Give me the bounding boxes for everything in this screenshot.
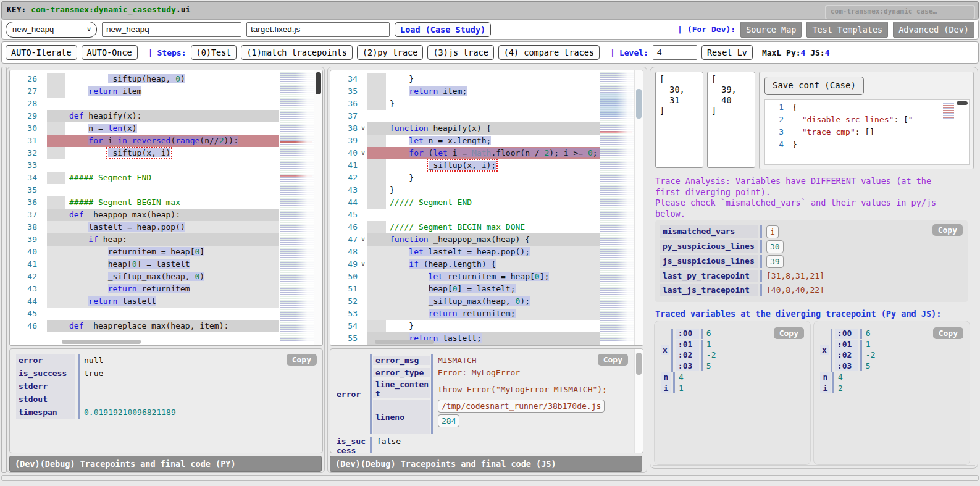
value-text: true: [80, 367, 103, 380]
js-result-vscroll-thumb[interactable]: [636, 353, 642, 375]
auto-iterate-button[interactable]: AUTO-Iterate: [6, 45, 77, 60]
js-editor-vscrollbar[interactable]: [634, 70, 643, 345]
maxl-info: MaxL Py:4 JS:4: [762, 48, 830, 57]
table-row: stderr: [16, 380, 322, 393]
js-group: 34 }35 return item;36}3738∨function heap…: [327, 67, 647, 473]
js-code-editor[interactable]: 34 }35 return item;36}3738∨function heap…: [330, 70, 643, 346]
code-line: 41 heap[0] = lastelt: [10, 258, 322, 270]
code-line: 3 "trace_cmp": []: [765, 126, 969, 138]
code-line: 31 for i in reversed(range(n//2)):: [10, 135, 322, 147]
code-line: 46///// Segment BEGIN max DONE: [330, 221, 643, 233]
analysis-rows: mismatched_varsipy_suspicious_lines30js_…: [655, 220, 968, 296]
key-value: com-transmex:dynamic_casestudy: [31, 5, 176, 14]
code-line: 28: [10, 98, 322, 110]
var-subrow: :035: [676, 361, 716, 372]
auto-once-button[interactable]: AUTO-Once: [82, 45, 138, 60]
js-editor-hscroll-thumb[interactable]: [375, 340, 434, 344]
copy-button[interactable]: Copy: [933, 327, 963, 339]
code-line: 40∨ for (let i = Math.floor(n / 2); i >=…: [330, 147, 643, 159]
value-text: [31,8,31,21]: [762, 270, 824, 282]
conf-scroll-thumb[interactable]: [957, 101, 968, 105]
py-code-lines: 26 _siftup(heap, 0)27 return item2829def…: [10, 73, 322, 332]
source-map-button[interactable]: Source Map: [740, 22, 802, 38]
code-line: 1{: [765, 101, 969, 114]
step-1-match-tracepoints-button[interactable]: (1)match tracepoints: [241, 45, 353, 60]
test-templates-button[interactable]: Test Templates: [806, 22, 888, 38]
code-line: 4}: [765, 138, 969, 151]
table-row: mismatched_varsi: [660, 225, 968, 238]
code-line: 27 return item: [10, 85, 322, 98]
step-0-test-button[interactable]: (0)Test: [191, 45, 237, 60]
code-line: 26 _siftup(heap, 0): [10, 73, 322, 85]
var-subrow: :011: [835, 340, 876, 350]
minimap-fade: [600, 72, 635, 342]
load-case-button[interactable]: Load (Case Study): [395, 22, 491, 37]
collapsed-side-panel[interactable]: [1, 67, 7, 473]
js-vars-panel: x:006:011:02-2:035n4i2 Copy: [813, 321, 970, 465]
var-subrow: :006: [835, 329, 876, 339]
py-minimap[interactable]: [280, 72, 314, 342]
error-key: error: [337, 354, 369, 434]
save-conf-button[interactable]: Save conf (Case): [764, 77, 864, 95]
py-footer-bar[interactable]: (Dev)(Debug) Tracepoints and final code …: [9, 456, 322, 472]
traced-vars-title: Traced variables at the diverging tracep…: [655, 309, 941, 319]
js-minimap[interactable]: [600, 72, 635, 342]
step-2-py-trace-button[interactable]: (2)py trace: [357, 45, 423, 60]
error-msg-value: MISMATCH: [433, 356, 477, 365]
key-suffix: .ui: [176, 5, 190, 14]
var-row-n: n4: [661, 372, 810, 383]
code-line: 38 lastelt = heap.pop(): [10, 221, 322, 233]
collapsed-bottom-panel[interactable]: [1, 475, 979, 481]
divider: [653, 465, 975, 466]
key-bar: KEY: com-transmex:dynamic_casestudy.ui c…: [1, 1, 979, 19]
js-result-vscrollbar[interactable]: [634, 349, 643, 453]
conf-minimap: [943, 103, 954, 119]
code-line: 30 n = len(x): [10, 122, 322, 135]
case-name-input[interactable]: new_heapq: [102, 22, 241, 37]
code-line: 48 let lastelt = heap.pop();: [330, 246, 643, 258]
js-lines-box[interactable]: [ 39, 40 ]: [707, 72, 755, 168]
level-label: Level:: [619, 48, 648, 57]
py-editor-vscroll-thumb[interactable]: [316, 72, 321, 94]
step-3-js-trace-button[interactable]: (3)js trace: [427, 45, 493, 60]
reset-level-button[interactable]: Reset Lv: [701, 45, 753, 60]
code-line: 34##### Segment END: [10, 172, 322, 184]
case-select[interactable]: new_heapq ∨: [6, 22, 97, 38]
code-line: 43}: [330, 184, 643, 196]
js-code-lines: 34 }35 return item;36}3738∨function heap…: [330, 73, 643, 345]
js-editor-vscroll-thumb[interactable]: [636, 89, 642, 119]
value-chip: 39: [766, 255, 784, 268]
case-id-box[interactable]: com-transmex:dynamic_case…: [825, 5, 975, 20]
value-text: 0.01919210096821189: [80, 406, 176, 419]
py-editor-vscrollbar[interactable]: [314, 70, 322, 345]
pipe-separator: |: [677, 25, 682, 34]
code-line: 42 }: [330, 172, 643, 184]
js-result-table: error error_msg MISMATCH error_type Erro…: [337, 354, 633, 453]
py-editor-hscroll-thumb[interactable]: [62, 340, 141, 344]
copy-button[interactable]: Copy: [287, 354, 317, 366]
table-row: stdout: [16, 393, 322, 406]
steps-row: AUTO-Iterate AUTO-Once | Steps: (0)Test …: [1, 41, 979, 64]
conf-panel: Save conf (Case) 1{2 "disable_src_lines"…: [759, 72, 974, 169]
code-line: 35 return item;: [330, 85, 643, 98]
py-code-editor[interactable]: 26 _siftup(heap, 0)27 return item2829def…: [9, 70, 323, 346]
is-success-key: is_success: [337, 437, 369, 453]
code-line: 37def _heappop_max(heap):: [10, 209, 322, 221]
conf-editor[interactable]: 1{2 "disable_src_lines": ["3 "trace_cmp"…: [764, 99, 970, 165]
target-file-input[interactable]: target.fixed.js: [246, 22, 390, 37]
table-row: js_suspicious_lines39: [660, 255, 968, 268]
var-subrow: :02-2: [676, 350, 716, 361]
copy-button[interactable]: Copy: [774, 327, 804, 339]
error-type-key: error_type: [373, 368, 430, 377]
is-success-value: false: [372, 437, 401, 453]
value-chip: 30: [766, 240, 784, 253]
js-footer-bar[interactable]: (Dev)(Debug) Tracepoints and final code …: [330, 456, 642, 472]
step-4-compare-traces-button[interactable]: (4) compare traces: [498, 45, 600, 60]
py-result-panel: errornullis_successtruestderrstdouttimes…: [9, 348, 323, 453]
level-input[interactable]: 4: [653, 45, 697, 60]
copy-button[interactable]: Copy: [932, 224, 963, 236]
var-row-i: i2: [820, 383, 970, 394]
py-lines-box[interactable]: [ 30, 31 ]: [655, 72, 703, 168]
copy-button[interactable]: Copy: [598, 354, 628, 366]
advanced-dev-button[interactable]: Advanced (Dev): [893, 22, 974, 38]
